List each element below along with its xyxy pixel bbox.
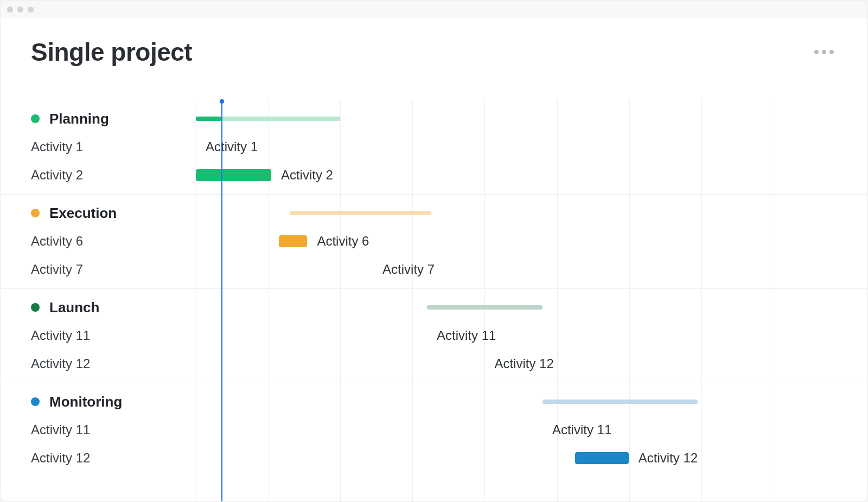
activity-row-label[interactable]: Activity 7 [31,255,83,284]
group-summary-bar[interactable] [290,199,431,227]
gantt-gridline [268,99,269,501]
summary-track [290,211,431,215]
content-area: Single project PlanningActivity 1Activit… [1,18,867,501]
activity-row-label[interactable]: Activity 12 [31,444,90,472]
activity-bar-fill [575,452,629,464]
activity-bar[interactable]: Activity 6 [279,227,369,255]
group-color-icon [31,397,40,406]
group-name: Launch [49,299,99,316]
group-name: Monitoring [49,394,122,410]
window-control-close[interactable] [7,7,13,12]
gantt-gridline [774,99,774,501]
gantt-sidebar: PlanningActivity 1Activity 2ExecutionAct… [1,99,196,501]
activity-bar-label: Activity 1 [206,139,258,155]
group-color-icon [31,303,40,312]
group-name: Planning [49,111,109,127]
summary-progress [196,117,221,121]
group-summary-bar[interactable] [542,388,698,416]
group-separator [1,288,867,289]
activity-bar-label: Activity 6 [317,234,369,249]
activity-bar[interactable]: Activity 12 [484,350,542,378]
activity-row-label[interactable]: Activity 11 [31,321,90,350]
group-summary-bar[interactable] [196,105,340,133]
dots-icon [814,50,819,54]
activity-row-label[interactable]: Activity 12 [31,350,90,378]
activity-bar-fill [279,235,307,247]
activity-bar-label: Activity 12 [494,356,553,371]
group-header[interactable]: Launch [31,293,99,321]
gantt-gridline [412,99,413,501]
window-titlebar [1,1,867,18]
activity-bar[interactable]: Activity 12 [575,444,698,472]
gantt-timeline: Activity 1Activity 2Activity 6Activity 7… [196,99,846,501]
gantt-chart: PlanningActivity 1Activity 2ExecutionAct… [1,99,867,501]
group-header[interactable]: Monitoring [31,388,122,416]
group-header[interactable]: Planning [31,105,109,133]
activity-bar-label: Activity 12 [639,450,698,466]
summary-track [542,400,698,404]
dots-icon [822,50,826,54]
gantt-gridline [629,99,630,501]
more-button[interactable] [811,47,837,57]
group-color-icon [31,209,40,217]
app-window: Single project PlanningActivity 1Activit… [0,0,868,502]
dots-icon [829,50,834,54]
activity-bar-label: Activity 11 [552,422,611,437]
activity-bar[interactable]: Activity 11 [427,321,484,350]
activity-row-label[interactable]: Activity 6 [31,227,83,255]
activity-row-label[interactable]: Activity 2 [31,161,83,189]
activity-bar[interactable]: Activity 1 [196,133,235,161]
summary-track [427,305,542,310]
activity-bar-fill [196,169,271,181]
group-summary-bar[interactable] [427,293,542,321]
page-header: Single project [1,18,867,73]
activity-row-label[interactable]: Activity 11 [31,416,90,444]
gantt-today-line [221,99,222,501]
activity-bar[interactable]: Activity 7 [373,255,430,284]
group-separator [1,383,867,383]
group-separator [1,194,867,195]
group-header[interactable]: Execution [31,199,117,227]
page-title: Single project [31,37,192,67]
gantt-gridline [701,99,702,501]
window-control-minimize[interactable] [17,7,23,12]
group-color-icon [31,114,40,123]
group-name: Execution [49,205,117,222]
activity-bar-label: Activity 7 [382,262,435,277]
activity-bar[interactable]: Activity 2 [196,161,333,189]
activity-bar-label: Activity 11 [437,328,496,343]
activity-bar-label: Activity 2 [281,168,333,183]
activity-row-label[interactable]: Activity 1 [31,133,83,161]
gantt-gridline [340,99,341,501]
window-control-zoom[interactable] [28,7,34,12]
activity-bar[interactable]: Activity 11 [542,416,597,444]
